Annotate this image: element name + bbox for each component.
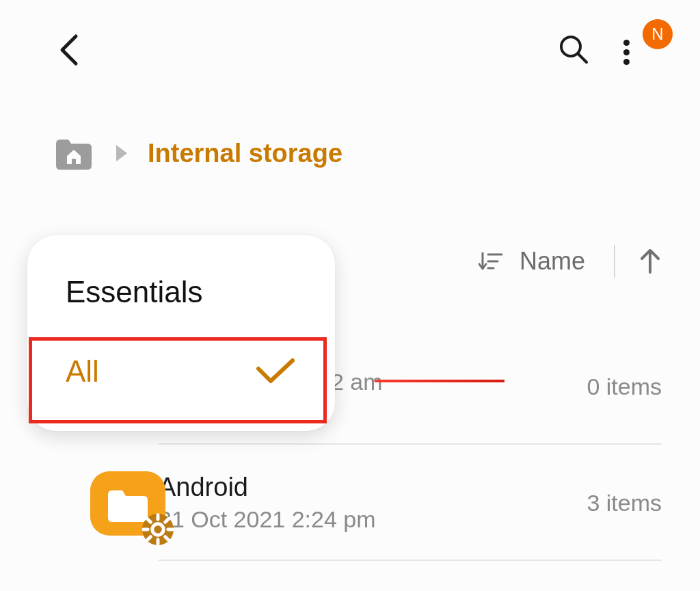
svg-line-15 bbox=[147, 537, 150, 540]
selected-check bbox=[256, 358, 297, 385]
sort-controls: Name bbox=[479, 245, 662, 278]
check-icon bbox=[256, 358, 295, 385]
file-date: 31 Oct 2021 2:24 pm bbox=[159, 506, 376, 533]
gear-icon bbox=[142, 494, 174, 565]
filter-option-essentials[interactable]: Essentials bbox=[27, 259, 335, 327]
folder-thumbnail bbox=[83, 462, 172, 544]
sort-label[interactable]: Name bbox=[520, 247, 585, 276]
chevron-left-icon bbox=[58, 34, 79, 66]
search-button[interactable] bbox=[553, 29, 594, 70]
file-row-text: Android 31 Oct 2021 2:24 pm bbox=[159, 473, 376, 533]
more-options-button[interactable] bbox=[612, 31, 640, 73]
filter-dropdown: Essentials All bbox=[27, 235, 335, 431]
svg-line-16 bbox=[165, 518, 169, 522]
home-folder-icon bbox=[53, 135, 94, 171]
svg-line-13 bbox=[147, 518, 150, 522]
svg-line-14 bbox=[165, 537, 169, 540]
avatar[interactable]: N bbox=[643, 19, 673, 49]
item-count: 3 items bbox=[587, 490, 662, 516]
filter-option-label: Essentials bbox=[66, 275, 203, 309]
more-vertical-icon bbox=[623, 40, 630, 46]
breadcrumb-separator-icon bbox=[116, 145, 127, 161]
system-folder-badge bbox=[142, 514, 174, 545]
breadcrumb-current[interactable]: Internal storage bbox=[148, 139, 342, 168]
item-count: 0 items bbox=[587, 373, 662, 400]
sort-icon bbox=[479, 249, 503, 274]
avatar-initial: N bbox=[651, 25, 663, 44]
divider bbox=[614, 245, 615, 278]
sort-direction-button[interactable] bbox=[638, 248, 662, 275]
file-name: Android bbox=[159, 473, 376, 502]
svg-line-1 bbox=[578, 54, 587, 62]
breadcrumb-home[interactable] bbox=[53, 135, 94, 171]
row-divider bbox=[159, 560, 662, 561]
svg-point-8 bbox=[152, 524, 163, 535]
file-row-partial-time: 2 am bbox=[331, 369, 383, 395]
search-icon bbox=[558, 34, 589, 65]
filter-option-label: All bbox=[66, 354, 99, 389]
back-button[interactable] bbox=[51, 33, 85, 67]
top-bar: N bbox=[0, 0, 700, 75]
arrow-up-icon bbox=[638, 248, 662, 275]
file-row[interactable]: Android 31 Oct 2021 2:24 pm 3 items bbox=[42, 451, 662, 554]
sort-button[interactable] bbox=[479, 249, 503, 274]
breadcrumb: Internal storage bbox=[53, 135, 342, 171]
row-divider bbox=[159, 443, 662, 445]
filter-option-all[interactable]: All bbox=[27, 327, 335, 417]
